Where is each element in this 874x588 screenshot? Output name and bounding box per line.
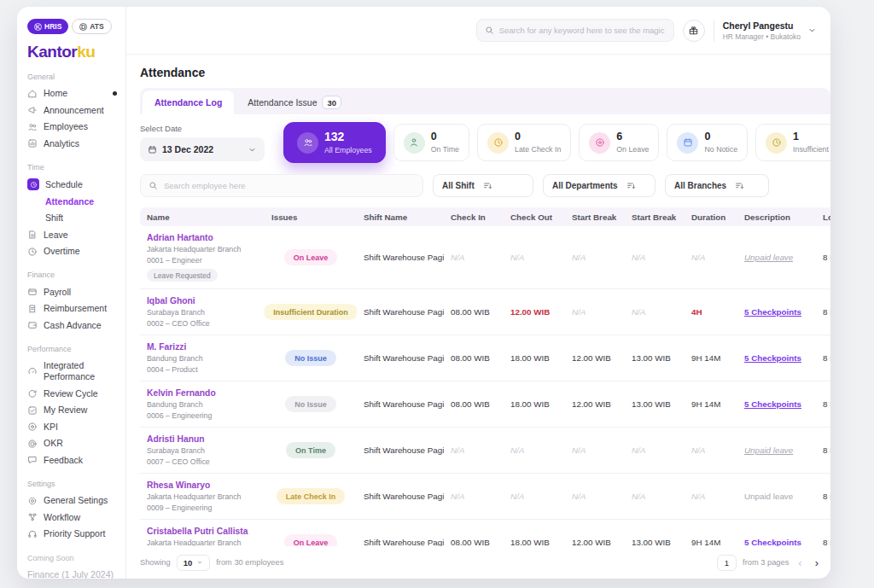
next-page-button[interactable]: ›: [812, 557, 822, 568]
description-link[interactable]: 5 Checkpoints: [744, 399, 801, 409]
review-cycle-icon: [27, 388, 38, 399]
user-menu[interactable]: Cheryl Pangestu HR Manager • Bukatoko: [723, 20, 820, 41]
tab-attendance-issue[interactable]: Attendance Issue30: [236, 90, 353, 114]
sidebar-item-label: My Review: [44, 405, 87, 416]
current-page-box[interactable]: 1: [717, 555, 737, 571]
sidebar-item-attendance[interactable]: Attendance: [27, 193, 117, 210]
sidebar-item-integrated-performance[interactable]: Integrated Performance: [27, 358, 117, 386]
attendance-page: Attendance Attendance LogAttendance Issu…: [126, 55, 830, 579]
sidebar-item-label: Schedule: [45, 179, 83, 190]
sidebar-item-reimbursement[interactable]: Reimbursement: [27, 300, 117, 317]
sidebar-item-overtime[interactable]: Overtime: [27, 243, 117, 260]
dropdown-all-departments[interactable]: All Departments: [543, 174, 656, 197]
start-break-cell: 12.00 WIB: [565, 538, 625, 546]
stat-card-insufficient-duration[interactable]: 1Insufficient Duration: [755, 124, 830, 161]
description-link[interactable]: Unpaid leave: [744, 445, 793, 455]
sidebar-item-okr[interactable]: OKR: [27, 435, 117, 452]
on-time-icon: [404, 132, 425, 154]
stat-text: 1Insufficient Duration: [793, 131, 830, 154]
stat-value: 132: [324, 131, 372, 143]
sidebar-item-employees[interactable]: Employees: [27, 119, 117, 136]
logo-part-2: ku: [77, 43, 95, 61]
sidebar-item-analytics[interactable]: Analytics: [27, 136, 117, 153]
feedback-icon: [27, 455, 38, 465]
end-break-cell: 13.00 WIB: [625, 538, 685, 546]
sidebar-item-workflow[interactable]: Workflow: [27, 509, 117, 527]
employee-name-link[interactable]: Cristabella Putri Callista: [147, 527, 258, 536]
employee-search-input[interactable]: [164, 181, 415, 190]
sidebar-item-shift[interactable]: Shift: [27, 210, 117, 227]
my-review-icon: [27, 405, 38, 416]
cell-value: N/A: [451, 445, 464, 455]
cell-value: Shift Warehouse Pagi: [364, 353, 444, 363]
date-filter-label: Select Date: [140, 124, 265, 133]
stat-card-on-leave[interactable]: 6On Leave: [579, 124, 659, 161]
product-pill-ats[interactable]: DATS: [72, 19, 111, 34]
log-cell: 8 D: [816, 253, 830, 262]
table-row: Cristabella Putri CallistaJakarta Headqu…: [140, 520, 830, 546]
stat-label: No Notice: [704, 145, 737, 154]
description-link[interactable]: 5 Checkpoints: [744, 353, 801, 363]
gift-button[interactable]: [683, 20, 705, 42]
cell-value: N/A: [691, 492, 705, 501]
sidebar-item-general-setings[interactable]: General Setings: [27, 492, 117, 509]
global-search-input[interactable]: [499, 26, 666, 35]
cell-value: Shift Warehouse Pagi: [364, 538, 444, 546]
dropdown-all-shift[interactable]: All Shift: [433, 174, 533, 197]
general-setings-icon: [27, 496, 38, 506]
table-body: Adrian HartantoJakarta Headquarter Branc…: [140, 226, 830, 546]
employee-name-link[interactable]: Adristi Hanun: [147, 434, 258, 444]
description-link[interactable]: 5 Checkpoints: [744, 538, 801, 546]
cell-value: 8 D: [823, 538, 830, 546]
employee-name-link[interactable]: M. Farizzi: [147, 342, 258, 352]
employee-cell: Rhesa WinaryoJakarta Headquarter Branch0…: [140, 480, 265, 512]
per-page-select[interactable]: 10: [177, 555, 211, 571]
stat-label: All Employees: [324, 146, 372, 154]
employee-name-link[interactable]: Rhesa Winaryo: [147, 480, 258, 490]
dropdown-value: All Branches: [674, 181, 726, 190]
description-link[interactable]: 5 Checkpoints: [744, 307, 801, 317]
description-link[interactable]: Unpaid leave: [744, 253, 793, 262]
global-search: [476, 19, 674, 42]
cell-value: N/A: [691, 253, 705, 262]
user-role: HR Manager • Bukatoko: [723, 32, 801, 41]
employee-name-link[interactable]: Iqbal Ghoni: [147, 296, 258, 306]
sidebar-item-announcement[interactable]: Announcement: [27, 102, 117, 119]
sidebar-item-my-review[interactable]: My Review: [27, 402, 117, 419]
start-break-cell: N/A: [565, 307, 625, 317]
employee-branch: Bandung Branch: [147, 400, 258, 409]
reimbursement-icon: [27, 304, 38, 314]
sidebar-item-payroll[interactable]: Payroll: [27, 283, 117, 300]
employee-name-link[interactable]: Adrian Hartanto: [147, 233, 258, 242]
sidebar-item-home[interactable]: Home: [27, 85, 117, 102]
calendar-icon: [148, 145, 157, 154]
sidebar-item-finance-1-july-2024[interactable]: Finance (1 July 2024): [27, 567, 117, 579]
content-area: Cheryl Pangestu HR Manager • Bukatoko At…: [126, 7, 830, 579]
stat-card-late-check-in[interactable]: 0Late Check In: [477, 124, 571, 161]
sidebar-item-leave[interactable]: Leave: [27, 226, 117, 243]
stat-card-all-employees[interactable]: 132All Employees: [283, 122, 386, 163]
sidebar-item-priority-support[interactable]: Priority Support: [27, 526, 117, 543]
cell-value: N/A: [691, 445, 705, 455]
sidebar-item-label: Announcement: [44, 105, 104, 116]
stat-card-on-time[interactable]: 0On Time: [393, 124, 469, 161]
product-pill-hris[interactable]: KHRIS: [27, 19, 68, 34]
tab-attendance-log[interactable]: Attendance Log: [143, 90, 234, 114]
home-indicator-dot: [113, 91, 117, 96]
cell-value: 12.00 WIB: [510, 307, 550, 317]
sidebar-item-kpi[interactable]: KPI: [27, 419, 117, 436]
prev-page-button[interactable]: ‹: [795, 557, 805, 568]
sidebar-item-schedule[interactable]: Schedule: [27, 176, 117, 193]
stat-value: 0: [431, 131, 459, 143]
tab-label: Attendance Issue: [248, 97, 317, 108]
dropdown-all-branches[interactable]: All Branches: [665, 174, 769, 197]
date-picker[interactable]: 13 Dec 2022: [140, 137, 265, 161]
duration-cell: N/A: [685, 445, 737, 455]
stat-card-no-notice[interactable]: 0No Notice: [667, 124, 748, 161]
sidebar-item-cash-advance[interactable]: Cash Advance: [27, 317, 117, 334]
shift-name-cell: Shift Warehouse Pagi: [357, 538, 444, 546]
sidebar-item-feedback[interactable]: Feedback: [27, 452, 117, 469]
sidebar-item-label: Priority Support: [44, 528, 105, 539]
employee-name-link[interactable]: Kelvin Fernando: [147, 388, 258, 398]
sidebar-item-review-cycle[interactable]: Review Cycle: [27, 386, 117, 403]
